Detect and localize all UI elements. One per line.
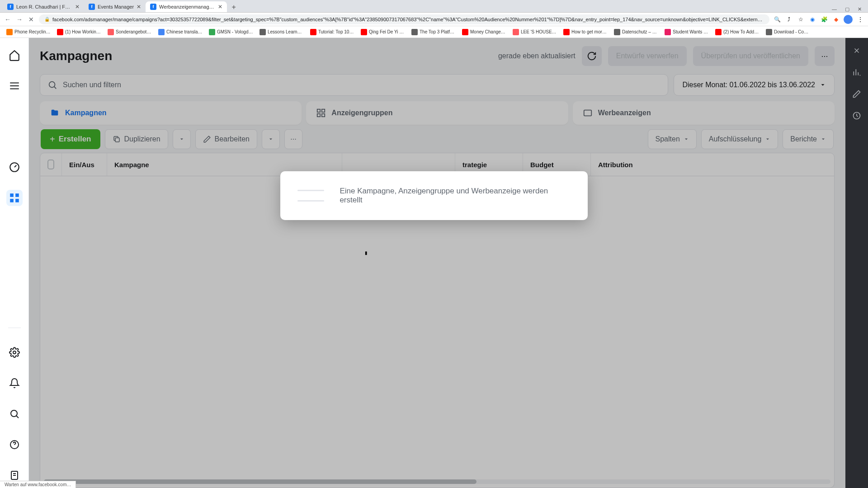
browser-tab-2[interactable]: f Werbeanzeigenmanager - We ✕	[146, 1, 227, 12]
bell-icon	[9, 378, 20, 389]
clock-icon	[852, 111, 861, 120]
rail-help[interactable]	[6, 436, 23, 453]
bookmark-item[interactable]: Lessons Learned f…	[257, 29, 307, 35]
bookmark-item[interactable]: Student Wants an…	[662, 29, 712, 35]
bookmark-label: (2) How To Add A…	[723, 29, 760, 34]
browser-tab-0[interactable]: f Leon R. Chaudhari | Facebook ✕	[3, 1, 84, 12]
bookmark-item[interactable]: How to get more v…	[561, 29, 610, 35]
report-icon	[9, 470, 20, 481]
bookmark-favicon-icon	[57, 29, 63, 35]
back-button[interactable]: ←	[4, 15, 12, 23]
pencil-icon	[852, 89, 861, 99]
bookmark-label: Download - Cooki…	[774, 29, 810, 34]
browser-status-bar: Warten auf www.facebook.com…	[0, 481, 76, 488]
window-max-icon[interactable]: ▢	[845, 6, 849, 12]
rail-divider	[8, 328, 21, 328]
close-icon	[853, 47, 861, 55]
bookmark-favicon-icon	[766, 29, 772, 35]
content-area: Kampagnen gerade eben aktualisiert Entwü…	[29, 38, 845, 488]
chrome-avatar[interactable]	[844, 15, 853, 24]
home-icon	[9, 49, 20, 61]
rail-gauge[interactable]	[6, 159, 23, 175]
bookmark-item[interactable]: (2) How To Add A…	[712, 29, 762, 35]
bookmark-item[interactable]: Phone Recycling…	[4, 29, 53, 35]
fb-pixel-ext-icon[interactable]: ◉	[808, 15, 816, 23]
svg-rect-1	[10, 193, 14, 197]
reload-button[interactable]: ✕	[27, 15, 35, 23]
rail-bell[interactable]	[6, 375, 23, 391]
bookmark-label: LEE 'S HOUSE–…	[521, 29, 557, 34]
bookmark-label: How to get more v…	[571, 29, 608, 34]
bookmark-favicon-icon	[614, 29, 620, 35]
bookmark-label: (1) How Working a…	[65, 29, 101, 34]
svg-point-5	[13, 351, 16, 354]
bookmark-item[interactable]: Datenschutz – Re…	[611, 29, 661, 35]
bookmark-label: Datenschutz – Re…	[622, 29, 658, 34]
url-input[interactable]: 🔒 facebook.com/adsmanager/manage/campaig…	[39, 14, 769, 24]
facebook-favicon-icon: f	[150, 4, 156, 10]
share-icon[interactable]: ⤴	[785, 15, 793, 23]
forward-button[interactable]: →	[15, 15, 24, 23]
tab-title: Leon R. Chaudhari | Facebook	[16, 4, 72, 9]
rail-settings[interactable]	[6, 344, 23, 361]
facebook-favicon-icon: f	[7, 4, 14, 10]
bookmark-item[interactable]: Tutorial: Top 10 …	[307, 29, 357, 35]
help-icon	[9, 439, 20, 450]
rail-menu[interactable]	[6, 78, 23, 94]
bookmark-favicon-icon	[462, 29, 468, 35]
bookmark-favicon-icon	[209, 29, 215, 35]
right-rail-edit[interactable]	[851, 89, 862, 99]
rail-grid[interactable]	[6, 190, 23, 206]
bookmark-favicon-icon	[361, 29, 367, 35]
close-icon[interactable]: ✕	[137, 4, 141, 10]
spinner-placeholder-icon	[297, 190, 324, 202]
bookmark-item[interactable]: (1) How Working a…	[54, 29, 104, 35]
chrome-menu-icon[interactable]: ⋮	[856, 15, 864, 23]
svg-rect-4	[15, 199, 19, 202]
close-icon[interactable]: ✕	[75, 4, 80, 10]
bookmark-label: The Top 3 Platfor…	[420, 29, 456, 34]
bookmark-label: Student Wants an…	[673, 29, 709, 34]
bookmark-item[interactable]: GMSN - Vologda…	[206, 29, 256, 35]
bookmark-label: Lessons Learned f…	[268, 29, 304, 34]
cursor-indicator: ▮	[365, 250, 368, 255]
url-bar: ← → ✕ 🔒 facebook.com/adsmanager/manage/c…	[0, 13, 868, 26]
rail-search[interactable]	[6, 406, 23, 422]
bookmark-item[interactable]: Qing Fei De Yi - …	[358, 29, 408, 35]
bookmark-item[interactable]: Chinese translatio…	[156, 29, 205, 35]
bookmark-favicon-icon	[715, 29, 722, 35]
facebook-favicon-icon: f	[89, 4, 95, 10]
left-rail	[0, 38, 29, 488]
bookmark-item[interactable]: Download - Cooki…	[763, 29, 813, 35]
rail-home[interactable]	[6, 47, 23, 63]
browser-tab-strip: f Leon R. Chaudhari | Facebook ✕ f Event…	[0, 0, 868, 13]
star-icon[interactable]: ☆	[797, 15, 805, 23]
gauge-icon	[9, 161, 20, 173]
bookmark-item[interactable]: Sonderangebot | …	[105, 29, 155, 35]
bookmark-item[interactable]: The Top 3 Platfor…	[409, 29, 458, 35]
bookmark-item[interactable]: LEE 'S HOUSE–…	[510, 29, 560, 35]
right-rail-close[interactable]	[851, 45, 862, 56]
window-controls: — ▢ ✕	[828, 6, 865, 12]
right-rail-chart[interactable]	[851, 67, 862, 78]
search-icon[interactable]: 🔍	[773, 15, 781, 23]
bookmark-favicon-icon	[411, 29, 418, 35]
shield-ext-icon[interactable]: ◆	[832, 15, 840, 23]
new-tab-button[interactable]: +	[229, 2, 239, 12]
bookmark-favicon-icon	[158, 29, 165, 35]
right-rail-history[interactable]	[851, 110, 862, 121]
bookmark-item[interactable]: Money Changes E…	[459, 29, 509, 35]
bookmark-label: Tutorial: Top 10 …	[318, 29, 354, 34]
close-icon[interactable]: ✕	[218, 4, 222, 10]
bookmark-label: Qing Fei De Yi - …	[369, 29, 405, 34]
bookmark-label: Sonderangebot | …	[116, 29, 152, 34]
window-close-icon[interactable]: ✕	[858, 6, 862, 12]
puzzle-ext-icon[interactable]: 🧩	[820, 15, 828, 23]
bookmark-label: Money Changes E…	[470, 29, 506, 34]
window-min-icon[interactable]: —	[832, 6, 837, 12]
tab-title: Events Manager	[98, 4, 134, 9]
bookmark-favicon-icon	[665, 29, 671, 35]
browser-tab-1[interactable]: f Events Manager ✕	[84, 1, 146, 12]
chart-icon	[852, 68, 861, 77]
extension-row: 🔍 ⤴ ☆ ◉ 🧩 ◆ ⋮	[773, 15, 864, 24]
